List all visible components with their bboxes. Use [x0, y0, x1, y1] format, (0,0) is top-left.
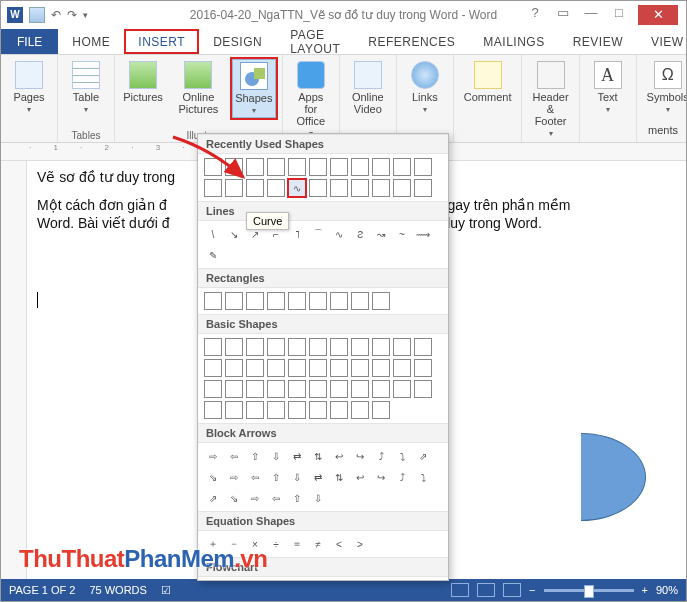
shape-item[interactable]: [330, 359, 348, 377]
shape-item[interactable]: [372, 158, 390, 176]
shape-item[interactable]: ⇦: [225, 447, 243, 465]
shape-item[interactable]: [309, 158, 327, 176]
shape-item[interactable]: [372, 292, 390, 310]
shape-item[interactable]: [372, 179, 390, 197]
zoom-level[interactable]: 90%: [656, 584, 678, 596]
shape-item[interactable]: [351, 401, 369, 419]
shape-item[interactable]: ⇅: [309, 447, 327, 465]
shape-item[interactable]: ˥: [288, 225, 306, 243]
shape-item[interactable]: [414, 158, 432, 176]
save-icon[interactable]: [29, 7, 45, 23]
close-icon[interactable]: ✕: [638, 5, 678, 25]
vertical-ruler[interactable]: [1, 161, 27, 581]
redo-icon[interactable]: ↷: [67, 8, 77, 22]
shape-item[interactable]: [267, 359, 285, 377]
shape-item[interactable]: [267, 179, 285, 197]
shape-item[interactable]: ✎: [204, 246, 222, 264]
shape-item[interactable]: \: [204, 225, 222, 243]
pages-button[interactable]: Pages▾: [7, 59, 51, 116]
shapes-gallery[interactable]: Recently Used Shapes ∿ Lines \↘↗⌐˥⌒∿Ƨ↝~⟿…: [197, 133, 449, 581]
shape-item[interactable]: [414, 380, 432, 398]
shape-item[interactable]: [414, 179, 432, 197]
zoom-out-icon[interactable]: −: [529, 584, 535, 596]
apps-button[interactable]: Apps for Office▾: [289, 59, 333, 140]
shape-item[interactable]: ⇗: [204, 489, 222, 507]
shape-item[interactable]: ≠: [309, 535, 327, 553]
read-mode-icon[interactable]: [451, 583, 469, 597]
tab-file[interactable]: FILE: [1, 29, 58, 54]
shape-item[interactable]: ⌒: [309, 225, 327, 243]
shape-item[interactable]: [351, 179, 369, 197]
shape-item[interactable]: ⟿: [414, 225, 432, 243]
shape-item[interactable]: [393, 338, 411, 356]
shape-item[interactable]: [225, 338, 243, 356]
shape-item[interactable]: [204, 292, 222, 310]
shape-item[interactable]: [288, 158, 306, 176]
shape-item[interactable]: [393, 380, 411, 398]
shape-item[interactable]: >: [351, 535, 369, 553]
shape-item[interactable]: [330, 338, 348, 356]
shape-item[interactable]: ⇨: [204, 447, 222, 465]
tab-review[interactable]: REVIEW: [559, 29, 637, 54]
shape-item[interactable]: ⇨: [246, 489, 264, 507]
shape-item[interactable]: ~: [393, 225, 411, 243]
links-button[interactable]: Links▾: [403, 59, 447, 116]
oval-shape[interactable]: [516, 433, 646, 521]
shape-item[interactable]: [246, 359, 264, 377]
shape-item[interactable]: ∿: [288, 179, 306, 197]
shape-item[interactable]: [246, 338, 264, 356]
shape-item[interactable]: ↪: [372, 468, 390, 486]
shape-item[interactable]: [246, 401, 264, 419]
shape-item[interactable]: [372, 401, 390, 419]
shape-item[interactable]: [267, 292, 285, 310]
online-pictures-button[interactable]: Online Pictures: [171, 59, 226, 117]
shape-item[interactable]: [267, 380, 285, 398]
shape-item[interactable]: [246, 158, 264, 176]
shape-item[interactable]: ↩: [330, 447, 348, 465]
shape-item[interactable]: [309, 292, 327, 310]
tab-references[interactable]: REFERENCES: [354, 29, 469, 54]
shape-item[interactable]: [288, 401, 306, 419]
shape-item[interactable]: [288, 338, 306, 356]
shape-item[interactable]: [414, 359, 432, 377]
undo-icon[interactable]: ↶: [51, 8, 61, 22]
shape-item[interactable]: ↝: [372, 225, 390, 243]
shape-item[interactable]: ⇄: [288, 447, 306, 465]
maximize-icon[interactable]: □: [610, 5, 628, 25]
shape-item[interactable]: [330, 158, 348, 176]
shape-item[interactable]: [351, 359, 369, 377]
word-count[interactable]: 75 WORDS: [89, 584, 146, 596]
shape-item[interactable]: ↪: [351, 447, 369, 465]
shape-item[interactable]: ⇄: [309, 468, 327, 486]
shape-item[interactable]: [225, 380, 243, 398]
tab-mailings[interactable]: MAILINGS: [469, 29, 558, 54]
symbols-button[interactable]: ΩSymbols▾: [643, 59, 687, 116]
shape-item[interactable]: ⤴: [393, 468, 411, 486]
text-button[interactable]: AText▾: [586, 59, 630, 116]
tab-view[interactable]: VIEW: [637, 29, 687, 54]
shape-item[interactable]: [225, 179, 243, 197]
shape-item[interactable]: [288, 292, 306, 310]
tab-page-layout[interactable]: PAGE LAYOUT: [276, 29, 354, 54]
shape-item[interactable]: [225, 292, 243, 310]
header-footer-button[interactable]: Header & Footer▾: [528, 59, 572, 140]
shape-item[interactable]: ⇦: [246, 468, 264, 486]
shape-item[interactable]: ⇗: [414, 447, 432, 465]
shape-item[interactable]: ⤵: [393, 447, 411, 465]
shape-item[interactable]: ⇧: [246, 447, 264, 465]
page-indicator[interactable]: PAGE 1 OF 2: [9, 584, 75, 596]
zoom-in-icon[interactable]: +: [642, 584, 648, 596]
shape-item[interactable]: [351, 380, 369, 398]
shape-item[interactable]: ⤴: [372, 447, 390, 465]
shape-item[interactable]: ⇧: [267, 468, 285, 486]
shape-item[interactable]: [204, 338, 222, 356]
qat-dropdown-icon[interactable]: ▾: [83, 10, 88, 20]
shape-item[interactable]: [309, 338, 327, 356]
shape-item[interactable]: [246, 380, 264, 398]
print-layout-icon[interactable]: [477, 583, 495, 597]
tab-home[interactable]: HOME: [58, 29, 124, 54]
shape-item[interactable]: [372, 359, 390, 377]
shape-item[interactable]: [309, 401, 327, 419]
shape-item[interactable]: ↘: [225, 225, 243, 243]
shape-item[interactable]: ⇦: [267, 489, 285, 507]
